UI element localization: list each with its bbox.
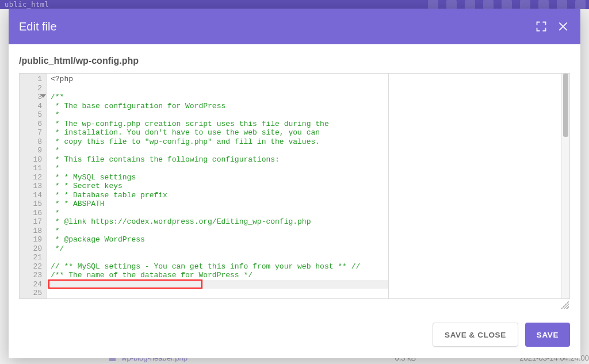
modal-footer: SAVE & CLOSE SAVE [9,310,580,358]
line-number: 24 [20,280,42,289]
modal-body: /public_html/wp-config.php 1234567891011… [9,44,580,310]
code-line[interactable]: // ** MySQL settings - You can get this … [51,262,388,271]
line-number: 25 [20,289,42,298]
close-icon[interactable] [557,21,569,32]
line-number: 6 [20,120,42,129]
line-number: 16 [20,209,42,218]
line-number: 4 [20,102,42,111]
bg-path-bar: ublic_html [0,0,589,9]
code-line[interactable]: * This file contains the following confi… [51,155,388,164]
line-number: 10 [20,155,42,164]
line-number: 8 [20,137,42,147]
editor-right-pane [389,74,561,298]
file-path: /public_html/wp-config.php [19,56,570,66]
code-line[interactable]: * [51,110,388,120]
code-line[interactable] [51,253,388,262]
fullscreen-icon[interactable] [536,21,547,32]
line-number: 13 [20,182,42,191]
line-number: 9 [20,146,42,155]
code-line[interactable]: * * ABSPATH [51,200,388,209]
line-number: 11 [20,164,42,173]
editor-split-divider[interactable] [388,74,389,298]
code-line[interactable]: * The wp-config.php creation script uses… [51,120,388,129]
line-number: 1 [20,75,42,84]
line-number-gutter: 1234567891011121314151617181920212223242… [20,74,47,298]
resize-grip-icon[interactable] [561,301,569,309]
scrollbar-track[interactable] [561,74,569,298]
scrollbar-thumb[interactable] [563,74,568,137]
line-number: 21 [20,253,42,262]
line-number: 19 [20,235,42,244]
line-number: 5 [20,110,42,120]
code-editor[interactable]: 1234567891011121314151617181920212223242… [19,73,570,299]
code-line[interactable]: * The base configuration for WordPress [51,102,388,111]
fold-marker-icon[interactable] [40,94,46,98]
line-number: 12 [20,173,42,182]
active-line-highlight [47,280,388,289]
code-line[interactable]: <?php [51,75,388,84]
code-line[interactable]: * [51,209,388,218]
code-line[interactable]: /** The name of the database for WordPre… [51,271,388,280]
line-number: 15 [20,200,42,209]
line-number: 7 [20,128,42,137]
line-number: 22 [20,262,42,271]
code-line[interactable]: * @link https://codex.wordpress.org/Edit… [51,217,388,227]
line-number: 2 [20,84,42,93]
code-line[interactable]: * * Secret keys [51,182,388,191]
line-number: 18 [20,227,42,236]
code-line[interactable]: * installation. You don't have to use th… [51,128,388,137]
code-line[interactable] [51,84,388,93]
modal-header: Edit file [9,9,580,44]
line-number: 23 [20,271,42,280]
code-line[interactable]: /** [51,93,388,102]
code-line[interactable] [51,289,388,298]
bg-toolbar-icons [428,0,589,9]
bg-path-text: ublic_html [5,0,49,9]
code-area[interactable]: <?php/** * The base configuration for Wo… [47,74,388,298]
code-line[interactable]: * copy this file to "wp-config.php" and … [51,137,388,147]
code-line[interactable]: * * Database table prefix [51,191,388,200]
code-line[interactable]: * [51,227,388,236]
line-number: 14 [20,191,42,200]
code-line[interactable]: */ [51,244,388,254]
save-button[interactable]: SAVE [525,323,570,347]
code-line[interactable]: * [51,146,388,155]
code-line[interactable]: * @package WordPress [51,235,388,244]
code-line[interactable]: * [51,164,388,173]
line-number: 20 [20,244,42,254]
line-number: 3 [20,93,42,102]
line-number: 17 [20,217,42,227]
modal-title: Edit file [19,20,57,33]
edit-file-modal: Edit file /public_html/wp-config.php 123… [9,9,580,358]
code-line[interactable]: * * MySQL settings [51,173,388,182]
save-close-button[interactable]: SAVE & CLOSE [433,323,518,347]
